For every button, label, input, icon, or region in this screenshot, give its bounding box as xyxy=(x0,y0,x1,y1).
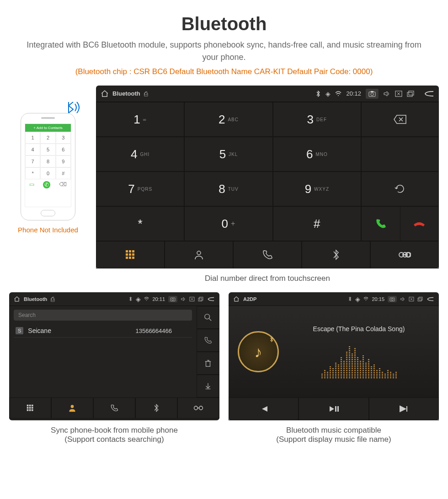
next-track-button[interactable] xyxy=(369,397,439,420)
contact-row[interactable]: S Seicane 13566664466 xyxy=(14,324,192,338)
svg-point-2 xyxy=(371,93,373,96)
prev-track-button[interactable] xyxy=(229,397,299,420)
svg-point-22 xyxy=(172,298,174,300)
key-hash[interactable]: # xyxy=(273,206,361,241)
search-input[interactable]: Search xyxy=(14,310,192,321)
recent-apps-icon[interactable] xyxy=(417,297,423,301)
svg-rect-10 xyxy=(126,253,128,256)
music-device: A2DP ◈ 20:15 ♪ xyxy=(229,292,439,420)
back-icon[interactable] xyxy=(426,297,434,301)
side-search-icon[interactable] xyxy=(197,306,219,329)
svg-rect-33 xyxy=(29,407,31,409)
key-0[interactable]: 0+ xyxy=(184,206,272,241)
bluetooth-icon xyxy=(315,91,321,97)
close-window-icon[interactable] xyxy=(189,297,195,301)
contact-number: 13566664466 xyxy=(135,327,172,334)
side-call-icon[interactable] xyxy=(197,329,219,352)
volume-icon[interactable] xyxy=(181,297,186,301)
back-icon[interactable] xyxy=(207,297,215,301)
svg-rect-7 xyxy=(126,250,128,252)
svg-point-20 xyxy=(146,300,147,301)
tab-keypad[interactable] xyxy=(96,241,165,268)
bluetooth-icon xyxy=(348,296,352,301)
status-app-name: A2DP xyxy=(243,296,256,302)
svg-rect-36 xyxy=(29,409,31,411)
key-2[interactable]: 2ABC xyxy=(184,102,272,137)
svg-rect-5 xyxy=(407,92,412,97)
side-delete-icon[interactable] xyxy=(197,352,219,375)
svg-rect-49 xyxy=(337,406,339,412)
camera-icon[interactable] xyxy=(366,89,379,99)
key-8[interactable]: 8TUV xyxy=(184,172,272,206)
visualizer xyxy=(288,342,430,378)
tab-pair[interactable] xyxy=(370,241,439,268)
play-pause-button[interactable] xyxy=(299,397,368,420)
svg-rect-25 xyxy=(199,297,203,300)
backspace-button[interactable] xyxy=(361,102,439,137)
key-5[interactable]: 5JKL xyxy=(184,137,272,172)
home-icon[interactable] xyxy=(101,90,109,98)
page-description: Integrated with BC6 Bluetooth module, su… xyxy=(0,39,448,64)
key-star[interactable]: * xyxy=(96,206,184,241)
location-icon: ◈ xyxy=(136,295,141,303)
svg-rect-14 xyxy=(129,257,131,259)
back-icon[interactable] xyxy=(423,91,434,97)
wifi-icon xyxy=(144,297,149,301)
contact-badge: S xyxy=(16,327,23,334)
close-window-icon[interactable] xyxy=(395,91,402,97)
volume-icon[interactable] xyxy=(400,297,405,301)
status-bar: Bluetooth ⎙ ◈ 20:11 xyxy=(9,292,219,306)
dialer-device: Bluetooth ⎙ ◈ 20:12 xyxy=(96,86,439,268)
key-3[interactable]: 3DEF xyxy=(273,102,361,137)
call-button[interactable] xyxy=(362,207,400,241)
key-4[interactable]: 4GHI xyxy=(96,137,184,172)
camera-icon[interactable] xyxy=(388,296,397,302)
wifi-icon xyxy=(363,297,368,301)
svg-rect-3 xyxy=(371,91,373,92)
tab-recent[interactable] xyxy=(93,397,135,419)
svg-rect-24 xyxy=(198,298,202,300)
svg-point-26 xyxy=(205,314,210,319)
sync-button[interactable] xyxy=(361,172,439,206)
side-down-icon[interactable] xyxy=(197,375,219,397)
location-icon: ◈ xyxy=(355,295,360,303)
key-7[interactable]: 7PQRS xyxy=(96,172,184,206)
key-9[interactable]: 9WXYZ xyxy=(273,172,361,206)
tab-contacts[interactable] xyxy=(165,241,233,268)
contacts-caption: Sync phone-book from mobile phone (Suppo… xyxy=(9,420,219,453)
home-icon[interactable] xyxy=(233,296,240,302)
close-window-icon[interactable] xyxy=(409,297,414,301)
recent-apps-icon[interactable] xyxy=(198,297,203,301)
svg-point-39 xyxy=(194,406,198,410)
camera-icon[interactable] xyxy=(168,296,177,302)
key-6[interactable]: 6MNO xyxy=(273,137,361,172)
wifi-icon xyxy=(335,91,341,97)
volume-icon[interactable] xyxy=(383,91,390,97)
recent-apps-icon[interactable] xyxy=(407,91,414,97)
bottom-tabs xyxy=(96,241,439,268)
tab-bluetooth[interactable] xyxy=(302,241,370,268)
home-icon[interactable] xyxy=(14,296,20,302)
phone-add-contacts-bar: + Add to Contacts xyxy=(25,124,71,132)
tab-contacts[interactable] xyxy=(51,397,93,419)
svg-rect-30 xyxy=(29,405,31,407)
tab-pair[interactable] xyxy=(177,397,219,419)
status-app-name: Bluetooth xyxy=(24,296,47,302)
tab-keypad[interactable] xyxy=(9,397,51,419)
tab-recent[interactable] xyxy=(233,241,302,268)
tab-bluetooth[interactable] xyxy=(135,397,177,419)
svg-point-42 xyxy=(366,300,367,301)
svg-point-44 xyxy=(391,298,393,300)
bluetooth-icon xyxy=(128,296,133,301)
svg-line-27 xyxy=(209,319,212,321)
svg-rect-31 xyxy=(32,405,33,407)
location-icon: ◈ xyxy=(325,90,331,97)
phone-device-frame: + Add to Contacts 123 456 789 *0# ▭ ✆ ⌫ xyxy=(21,113,75,220)
svg-rect-29 xyxy=(27,405,29,407)
status-bar: Bluetooth ⎙ ◈ 20:12 xyxy=(96,86,439,102)
hangup-button[interactable] xyxy=(400,207,439,241)
status-time: 20:11 xyxy=(152,296,165,302)
key-1[interactable]: 1∞ xyxy=(96,102,184,137)
svg-rect-15 xyxy=(132,257,134,259)
svg-rect-12 xyxy=(132,253,134,256)
